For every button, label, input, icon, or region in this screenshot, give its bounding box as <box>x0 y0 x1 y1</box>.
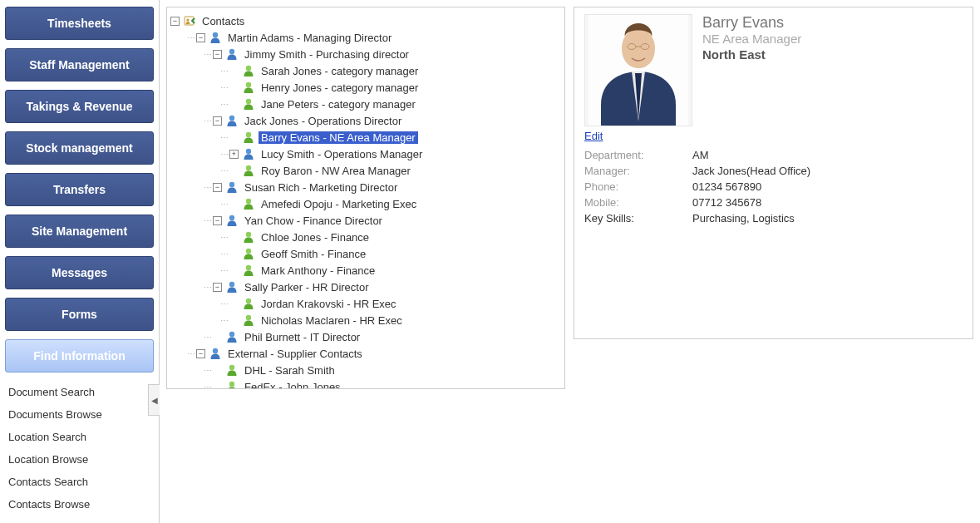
tree-node-label[interactable]: Henry Jones - category manager <box>259 81 421 94</box>
person-green-icon <box>242 64 255 77</box>
sidebar-item-contacts-search[interactable]: Contacts Search <box>5 471 154 493</box>
collapse-icon[interactable]: − <box>213 183 222 192</box>
tree-spacer <box>229 249 239 259</box>
tree-connector: ⋯ <box>220 150 228 159</box>
tree-connector: ⋯ <box>220 133 228 142</box>
tree-spacer <box>213 366 222 375</box>
tree-node-label[interactable]: Roy Baron - NW Area Manager <box>259 165 413 177</box>
detail-row: Key Skills:Purchasing, Logistics <box>584 210 963 226</box>
detail-row: Manager:Jack Jones(Head Office) <box>584 163 963 179</box>
detail-value: AM <box>692 149 709 161</box>
tree-connector: ⋯ <box>204 216 211 225</box>
detail-row: Mobile:07712 345678 <box>584 195 963 210</box>
tree-spacer <box>229 233 239 242</box>
tree-spacer <box>229 200 239 209</box>
contact-region: North East <box>702 47 801 62</box>
person-blue-icon <box>225 214 239 227</box>
contact-avatar <box>584 14 692 126</box>
sidebar-collapse-handle[interactable]: ◀ <box>148 384 160 416</box>
nav-button-timesheets[interactable]: Timesheets <box>5 7 154 40</box>
person-blue-icon <box>225 47 239 61</box>
detail-value: 07712 345678 <box>692 196 761 209</box>
nav-button-find-information[interactable]: Find Information <box>5 339 154 373</box>
tree-node-label[interactable]: FedEx - John Jones <box>242 381 343 390</box>
tree-connector: ⋯ <box>220 249 228 259</box>
collapse-icon[interactable]: − <box>213 116 222 126</box>
tree-connector: ⋯ <box>220 299 228 308</box>
tree-node-label[interactable]: Sarah Jones - category manager <box>259 65 421 77</box>
tree-connector: ⋯ <box>220 166 228 175</box>
tree-connector: ⋯ <box>220 100 228 109</box>
contact-detail-panel: Barry Evans NE Area Manager North East E… <box>574 7 973 339</box>
sidebar-item-documents-browse[interactable]: Documents Browse <box>5 403 154 426</box>
tree-connector: ⋯ <box>220 200 228 209</box>
collapse-icon[interactable]: − <box>213 283 222 292</box>
nav-button-takings-revenue[interactable]: Takings & Revenue <box>5 90 154 123</box>
contacts-icon <box>183 14 196 27</box>
detail-row: Department:AM <box>584 147 963 163</box>
sidebar-item-contacts-browse[interactable]: Contacts Browse <box>5 493 154 516</box>
tree-root-label[interactable]: Contacts <box>199 15 247 27</box>
tree-spacer <box>229 299 239 308</box>
detail-label: Department: <box>584 149 692 161</box>
person-blue-icon <box>225 330 239 343</box>
tree-node-label[interactable]: Amefedi Opoju - Marketing Exec <box>259 198 419 210</box>
tree-node-label[interactable]: Sally Parker - HR Director <box>242 281 372 294</box>
person-green-icon <box>242 264 255 277</box>
expand-icon[interactable]: + <box>229 150 239 159</box>
nav-button-site-management[interactable]: Site Management <box>5 215 154 248</box>
person-blue-icon <box>209 347 222 360</box>
tree-node-label[interactable]: DHL - Sarah Smith <box>242 364 337 377</box>
tree-node-label[interactable]: Martin Adams - Managing Director <box>225 32 394 44</box>
tree-spacer <box>229 266 239 275</box>
detail-label: Phone: <box>584 180 692 193</box>
detail-row: Phone:01234 567890 <box>584 179 963 195</box>
person-green-icon <box>242 297 255 310</box>
tree-node-label[interactable]: Jordan Krakovski - HR Exec <box>259 298 399 310</box>
tree-node-label[interactable]: External - Supplier Contacts <box>225 348 365 360</box>
tree-node-label[interactable]: Phil Burnett - IT Director <box>242 331 362 343</box>
tree-connector: ⋯ <box>204 366 211 375</box>
person-green-icon <box>242 131 255 144</box>
collapse-icon[interactable]: − <box>170 17 180 26</box>
collapse-icon[interactable]: − <box>196 349 205 358</box>
collapse-icon[interactable]: − <box>213 50 222 59</box>
tree-node-label[interactable]: Chloe Jones - Finance <box>259 231 372 244</box>
tree-connector: ⋯ <box>220 83 228 92</box>
nav-button-messages[interactable]: Messages <box>5 256 154 289</box>
tree-node-label[interactable]: Lucy Smith - Operations Manager <box>259 148 425 160</box>
tree-node-label[interactable]: Nicholas Maclaren - HR Exec <box>259 314 405 327</box>
tree-node-label[interactable]: Barry Evans - NE Area Manager <box>259 131 418 144</box>
tree-spacer <box>213 382 222 390</box>
person-green-icon <box>242 230 255 244</box>
tree-spacer <box>213 333 222 342</box>
tree-connector: ⋯ <box>204 50 211 59</box>
tree-node-label[interactable]: Mark Anthony - Finance <box>259 264 377 277</box>
edit-link[interactable]: Edit <box>584 130 603 142</box>
person-green-icon <box>225 380 239 389</box>
nav-button-transfers[interactable]: Transfers <box>5 173 154 206</box>
detail-value: 01234 567890 <box>692 180 761 193</box>
sidebar-item-document-search[interactable]: Document Search <box>5 381 154 403</box>
detail-label: Key Skills: <box>584 212 692 224</box>
collapse-icon[interactable]: − <box>213 216 222 225</box>
tree-connector: ⋯ <box>204 116 211 126</box>
sidebar: TimesheetsStaff ManagementTakings & Reve… <box>0 0 160 523</box>
contact-title: NE Area Manager <box>702 32 801 46</box>
sidebar-item-location-browse[interactable]: Location Browse <box>5 448 154 471</box>
nav-button-stock-management[interactable]: Stock management <box>5 131 154 165</box>
nav-button-forms[interactable]: Forms <box>5 298 154 331</box>
tree-node-label[interactable]: Jane Peters - category manager <box>259 98 418 111</box>
tree-spacer <box>229 67 239 76</box>
nav-button-staff-management[interactable]: Staff Management <box>5 48 154 81</box>
tree-node-label[interactable]: Geoff Smith - Finance <box>259 248 368 260</box>
detail-value: Jack Jones(Head Office) <box>692 165 810 177</box>
collapse-icon[interactable]: − <box>196 33 205 42</box>
person-green-icon <box>242 313 255 327</box>
tree-node-label[interactable]: Susan Rich - Marketing Director <box>242 181 400 194</box>
sidebar-item-location-search[interactable]: Location Search <box>5 426 154 448</box>
tree-node-label[interactable]: Jimmy Smith - Purchasing director <box>242 48 411 61</box>
tree-node-label[interactable]: Yan Chow - Finance Director <box>242 215 385 227</box>
person-green-icon <box>242 164 255 177</box>
tree-node-label[interactable]: Jack Jones - Operations Director <box>242 115 404 127</box>
